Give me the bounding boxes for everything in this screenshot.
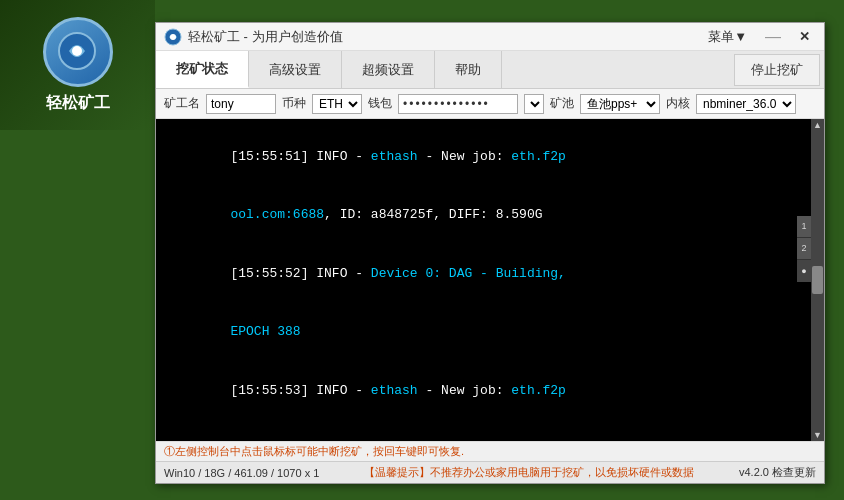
console-area: [15:55:51] INFO - ethash - New job: eth.… — [156, 119, 824, 441]
console-line: [15:55:51] INFO - ethash - New job: eth.… — [168, 127, 812, 186]
scroll-down-arrow[interactable]: ▼ — [813, 430, 822, 440]
svg-point-3 — [170, 34, 176, 40]
status-bar: Win10 / 18G / 461.09 / 1070 x 1 【温馨提示】不推… — [156, 461, 824, 483]
tab-advanced[interactable]: 高级设置 — [249, 51, 342, 88]
console-line: EPOCH 388 — [168, 303, 812, 362]
side-btn-icon[interactable]: ● — [797, 260, 811, 282]
wallet-input[interactable] — [398, 94, 518, 114]
console-line: ool.com:6688, ID: 82117d28, DIFF: 8.590G — [168, 420, 812, 442]
close-button[interactable]: ✕ — [793, 27, 816, 46]
scroll-up-arrow[interactable]: ▲ — [813, 120, 822, 130]
coin-select[interactable]: ETH — [312, 94, 362, 114]
stop-mining-button[interactable]: 停止挖矿 — [734, 54, 820, 86]
scroll-thumb[interactable] — [812, 266, 823, 294]
core-select[interactable]: nbminer_36.0 — [696, 94, 796, 114]
side-btn-1[interactable]: 1 — [797, 216, 811, 238]
app-icon-area: 轻松矿工 — [0, 0, 155, 130]
main-window: 轻松矿工 - 为用户创造价值 菜单▼ — ✕ 挖矿状态 高级设置 超频设置 帮助… — [155, 22, 825, 484]
toolbar: 矿工名 币种 ETH 钱包 ▼ 矿池 鱼池pps+ 内核 nbminer_36.… — [156, 89, 824, 119]
nav-tabs: 挖矿状态 高级设置 超频设置 帮助 停止挖矿 — [156, 51, 824, 89]
pool-label: 矿池 — [550, 95, 574, 112]
tab-help[interactable]: 帮助 — [435, 51, 502, 88]
console-line: [15:55:52] INFO - Device 0: DAG - Buildi… — [168, 244, 812, 303]
side-btn-2[interactable]: 2 — [797, 238, 811, 260]
tab-mining-status[interactable]: 挖矿状态 — [156, 51, 249, 88]
title-bar-controls: 菜单▼ — ✕ — [702, 26, 816, 48]
console-scrollbar[interactable]: ▲ ▼ — [811, 119, 824, 441]
title-icon — [164, 28, 182, 46]
version-info[interactable]: v4.2.0 检查更新 — [739, 465, 816, 480]
wallet-label: 钱包 — [368, 95, 392, 112]
coin-label: 币种 — [282, 95, 306, 112]
console-content[interactable]: [15:55:51] INFO - ethash - New job: eth.… — [156, 119, 824, 441]
title-bar: 轻松矿工 - 为用户创造价值 菜单▼ — ✕ — [156, 23, 824, 51]
console-line: ool.com:6688, ID: a848725f, DIFF: 8.590G — [168, 186, 812, 245]
title-text: 轻松矿工 - 为用户创造价值 — [188, 28, 343, 46]
miner-name-label: 矿工名 — [164, 95, 200, 112]
wallet-select[interactable]: ▼ — [524, 94, 544, 114]
app-icon-label: 轻松矿工 — [46, 93, 110, 114]
bottom-tip: ①左侧控制台中点击鼠标标可能中断挖矿，按回车键即可恢复. — [156, 441, 824, 461]
miner-name-input[interactable] — [206, 94, 276, 114]
pool-select[interactable]: 鱼池pps+ — [580, 94, 660, 114]
svg-point-1 — [72, 46, 82, 56]
tab-super[interactable]: 超频设置 — [342, 51, 435, 88]
title-bar-left: 轻松矿工 - 为用户创造价值 — [164, 28, 343, 46]
menu-button[interactable]: 菜单▼ — [702, 26, 753, 48]
system-info: Win10 / 18G / 461.09 / 1070 x 1 — [164, 467, 319, 479]
core-label: 内核 — [666, 95, 690, 112]
app-icon — [43, 17, 113, 87]
console-line: [15:55:53] INFO - ethash - New job: eth.… — [168, 361, 812, 420]
side-buttons: 1 2 ● — [797, 216, 811, 282]
status-warning: 【温馨提示】不推荐办公或家用电脑用于挖矿，以免损坏硬件或数据 — [364, 465, 694, 480]
bottom-tip-text: ①左侧控制台中点击鼠标标可能中断挖矿，按回车键即可恢复. — [164, 444, 464, 459]
app-logo-icon — [55, 29, 100, 74]
